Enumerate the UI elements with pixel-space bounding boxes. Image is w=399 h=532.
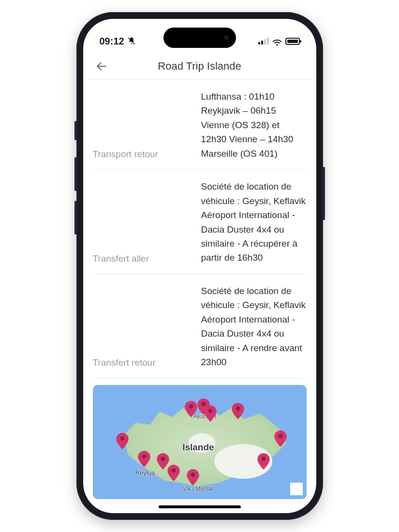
power-button (323, 167, 325, 220)
svg-point-3 (142, 455, 146, 459)
wifi-icon (272, 37, 282, 45)
detail-row: Transfert aller Société de location de v… (93, 170, 307, 274)
status-time: 09:12 (100, 36, 124, 47)
svg-point-2 (120, 436, 125, 441)
volume-down-button (74, 201, 77, 235)
svg-point-12 (262, 457, 266, 461)
map-pin-icon[interactable] (274, 430, 287, 447)
svg-point-5 (172, 468, 176, 473)
dynamic-island (163, 28, 236, 48)
volume-up-button (74, 157, 77, 191)
map-container: Islande Reykja Akureyri Vík í Mýrdal (83, 378, 316, 499)
map-pin-icon[interactable] (167, 465, 180, 481)
screen: 09:12 Road Trip Islande Tra (83, 19, 316, 513)
home-indicator[interactable] (159, 505, 241, 508)
svg-point-4 (161, 457, 165, 461)
bell-slash-icon (127, 37, 136, 45)
cellular-signal-icon (258, 38, 269, 44)
map-city-label: Vík í Mýrdal (182, 486, 213, 492)
map-pin-icon[interactable] (138, 451, 150, 467)
detail-label: Transport retour (93, 149, 190, 161)
page-header: Road Trip Islande (83, 53, 316, 80)
trip-map[interactable]: Islande Reykja Akureyri Vík í Mýrdal (93, 385, 307, 499)
detail-label: Transfert retour (93, 357, 190, 369)
details-list: Transport retour Lufthansa : 01h10 Reykj… (83, 80, 316, 378)
svg-point-10 (236, 406, 240, 411)
map-pin-icon[interactable] (257, 453, 270, 470)
svg-point-11 (279, 434, 283, 438)
map-pin-icon[interactable] (187, 469, 199, 486)
map-pin-icon[interactable] (232, 403, 244, 419)
side-button (74, 121, 77, 140)
detail-row: Transport retour Lufthansa : 01h10 Reykj… (93, 80, 307, 170)
detail-value: Société de location de véhicule : Geysir… (201, 284, 307, 369)
detail-value: Lufthansa : 01h10 Reykjavik – 06h15 Vien… (201, 89, 307, 161)
map-pin-icon[interactable] (116, 433, 129, 449)
map-pin-icon[interactable] (204, 405, 217, 422)
svg-point-7 (189, 404, 193, 409)
svg-point-6 (191, 473, 195, 477)
map-pin-icon[interactable] (185, 401, 197, 417)
detail-label: Transfert aller (93, 253, 190, 265)
phone-frame: 09:12 Road Trip Islande Tra (76, 12, 323, 520)
detail-row: Transfert retour Société de location de … (93, 274, 307, 379)
map-attribution-box (290, 483, 303, 495)
page-title: Road Trip Islande (93, 60, 307, 73)
detail-value: Société de location de véhicule : Geysir… (201, 179, 307, 265)
battery-icon (285, 38, 300, 45)
map-glacier (189, 433, 215, 453)
svg-point-9 (208, 409, 212, 413)
